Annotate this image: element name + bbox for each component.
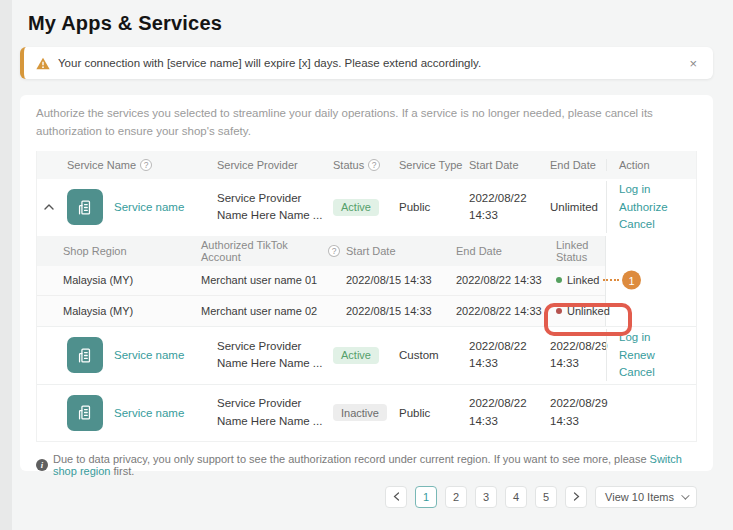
header-status: Status ? — [333, 159, 399, 171]
service-name-cell: Service name — [67, 337, 217, 373]
renew-link[interactable]: Renew — [619, 347, 690, 364]
status-cell: Active — [333, 347, 399, 364]
chevron-left-icon — [393, 492, 400, 501]
chevron-down-icon — [681, 491, 689, 499]
status-cell: Inactive — [333, 404, 399, 421]
authorize-link[interactable]: Authorize — [619, 199, 690, 216]
help-icon[interactable]: ? — [368, 159, 380, 171]
shop-region-cell: Malaysia (MY) — [37, 305, 201, 317]
info-icon: i — [36, 459, 48, 471]
sub-start-date-cell: 2022/08/15 14:33 — [346, 305, 456, 317]
unlinked-dot-icon — [556, 308, 562, 314]
unlinked-status-text: Unlinked — [567, 305, 610, 317]
subheader-end-date: End Date — [456, 245, 556, 257]
service-name-cell: Service name — [67, 395, 217, 431]
linked-status-cell: Unlinked — [556, 305, 616, 317]
service-type-cell: Public — [399, 201, 469, 213]
note-text-after: first. — [114, 465, 135, 477]
table-header-row: Service Name ? Service Provider Status ?… — [37, 151, 696, 179]
end-date-cell: Unlimited — [550, 201, 606, 213]
subheader-shop-region: Shop Region — [37, 245, 201, 257]
intro-text: Authorize the services you selected to s… — [36, 105, 691, 141]
status-badge: Active — [333, 347, 379, 364]
login-link[interactable]: Log in — [619, 329, 690, 346]
prev-page-button[interactable] — [385, 486, 407, 508]
header-service-name: Service Name ? — [67, 159, 217, 171]
subtable-row: Malaysia (MY) Merchant user name 02 2022… — [37, 296, 605, 326]
privacy-note: i Due to data privacy, you only support … — [36, 453, 697, 477]
annotation-number-badge: 1 — [622, 271, 641, 290]
start-date-cell: 2022/08/22 14:33 — [469, 395, 550, 430]
page-button-5[interactable]: 5 — [535, 486, 557, 508]
page-button-3[interactable]: 3 — [475, 486, 497, 508]
service-building-icon — [67, 395, 103, 431]
services-table: Service Name ? Service Provider Status ?… — [36, 151, 697, 442]
annotation-leader-line — [603, 279, 619, 281]
service-name-link[interactable]: Service name — [114, 349, 184, 361]
help-icon[interactable]: ? — [328, 245, 340, 257]
page-button-4[interactable]: 4 — [505, 486, 527, 508]
banner-close-button[interactable]: × — [685, 55, 701, 72]
status-badge: Inactive — [333, 404, 387, 421]
page-title: My Apps & Services — [28, 12, 713, 35]
cancel-link[interactable]: Cancel — [619, 364, 690, 381]
sub-end-date-cell: 2022/08/22 14:33 — [456, 305, 556, 317]
end-date-cell: 2022/08/29 14:33 — [550, 395, 606, 430]
action-cell: Log in Authorize Cancel — [606, 181, 696, 233]
sub-end-date-cell: 2022/08/22 14:33 — [456, 274, 556, 286]
pagination: 1 2 3 4 5 View 10 Items — [36, 486, 697, 508]
service-building-icon — [67, 189, 103, 225]
service-type-cell: Custom — [399, 349, 469, 361]
note-text-before: Due to data privacy, you only support to… — [53, 453, 647, 465]
status-badge: Active — [333, 199, 379, 216]
collapse-chevron-icon[interactable] — [37, 204, 67, 210]
status-cell: Active — [333, 199, 399, 216]
cancel-link[interactable]: Cancel — [619, 216, 690, 233]
service-provider-cell: Service Provider Name Here Name ... — [217, 338, 333, 373]
service-name-link[interactable]: Service name — [114, 407, 184, 419]
page-left-edge — [0, 0, 12, 530]
service-provider-cell: Service Provider Name Here Name ... — [217, 395, 333, 430]
linked-dot-icon — [556, 277, 562, 283]
login-link[interactable]: Log in — [619, 181, 690, 198]
account-cell: Merchant user name 01 — [201, 274, 346, 286]
apps-services-card: Authorize the services you selected to s… — [20, 95, 713, 471]
subheader-linked-status: Linked Status — [556, 239, 605, 263]
authorization-subtable: Shop Region Authorized TikTok Account ? … — [37, 236, 696, 327]
service-building-icon — [67, 337, 103, 373]
subheader-start-date: Start Date — [346, 245, 456, 257]
table-row: Service name Service Provider Name Here … — [37, 179, 696, 236]
service-name-cell: Service name — [67, 189, 217, 225]
account-cell: Merchant user name 02 — [201, 305, 346, 317]
service-type-cell: Public — [399, 407, 469, 419]
chevron-right-icon — [573, 492, 580, 501]
header-service-provider: Service Provider — [217, 159, 333, 171]
header-start-date: Start Date — [469, 159, 550, 171]
warning-icon — [36, 57, 50, 70]
header-end-date: End Date — [550, 159, 606, 171]
start-date-cell: 2022/08/22 14:33 — [469, 338, 550, 373]
expiry-warning-banner: Your connection with [service name] will… — [20, 47, 713, 79]
page-button-1[interactable]: 1 — [415, 486, 437, 508]
page-size-dropdown[interactable]: View 10 Items — [595, 486, 697, 508]
help-icon[interactable]: ? — [140, 159, 152, 171]
table-row: Service name Service Provider Name Here … — [37, 327, 696, 384]
page-button-2[interactable]: 2 — [445, 486, 467, 508]
header-action: Action — [606, 159, 696, 171]
subtable-header-row: Shop Region Authorized TikTok Account ? … — [37, 236, 605, 266]
service-name-link[interactable]: Service name — [114, 201, 184, 213]
service-provider-cell: Service Provider Name Here Name ... — [217, 190, 333, 225]
shop-region-cell: Malaysia (MY) — [37, 274, 201, 286]
action-cell: Log in Renew Cancel — [606, 329, 696, 381]
linked-status-text: Linked — [567, 274, 599, 286]
warning-text: Your connection with [service name] will… — [58, 57, 481, 69]
subheader-account: Authorized TikTok Account ? — [201, 239, 346, 263]
page-size-label: View 10 Items — [605, 491, 674, 503]
linked-status-cell: Linked 1 — [556, 274, 625, 286]
next-page-button[interactable] — [565, 486, 587, 508]
sub-start-date-cell: 2022/08/15 14:33 — [346, 274, 456, 286]
table-row: Service name Service Provider Name Here … — [37, 384, 696, 441]
subtable-row: Malaysia (MY) Merchant user name 01 2022… — [37, 266, 605, 296]
header-service-type: Service Type — [399, 159, 469, 171]
start-date-cell: 2022/08/22 14:33 — [469, 190, 550, 225]
